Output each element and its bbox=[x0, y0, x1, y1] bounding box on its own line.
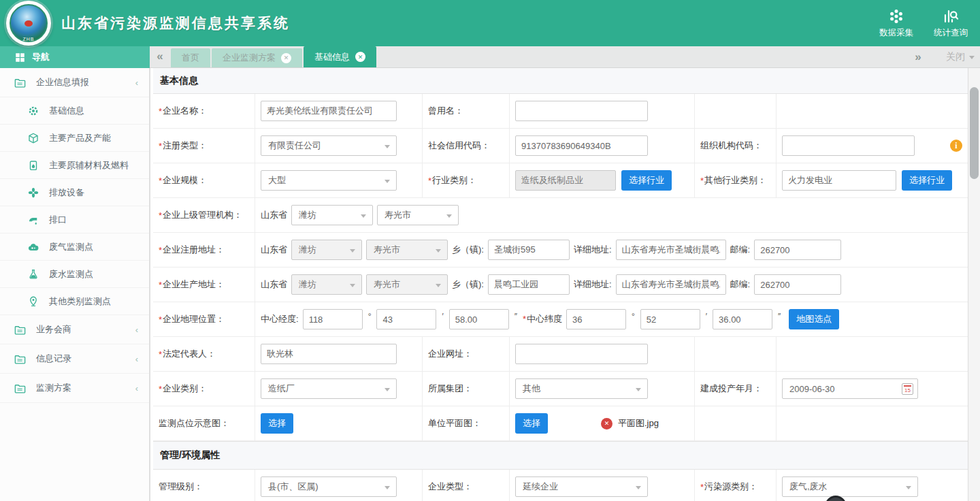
reg-city-select[interactable]: 潍坊 bbox=[291, 240, 362, 260]
sidebar-item-info-records[interactable]: 信息记录 bbox=[0, 344, 149, 374]
sidebar-item-products-capacity[interactable]: 主要产品及产能 bbox=[0, 125, 149, 152]
parent-org-county-select[interactable]: 寿光市 bbox=[377, 205, 459, 225]
built-date-input[interactable]: 2009-06-30 bbox=[782, 378, 918, 399]
zip-label: 邮编: bbox=[730, 278, 751, 291]
town-label: 乡（镇): bbox=[452, 244, 484, 256]
chevron-down-icon bbox=[969, 56, 975, 59]
sidebar-item-waste-water-points[interactable]: 废水监测点 bbox=[0, 261, 149, 288]
app-header: ZHB 山东省污染源监测信息共享系统 数据采集 统计查询 bbox=[0, 0, 980, 46]
sidebar-item-business-consult[interactable]: 业务会商 bbox=[0, 315, 149, 344]
scale-select[interactable]: 大型 bbox=[261, 170, 397, 191]
sidebar-item-basic-info[interactable]: 基础信息 bbox=[0, 97, 149, 125]
reg-zip-input[interactable] bbox=[754, 240, 841, 260]
tab-close-icon[interactable] bbox=[355, 52, 365, 62]
longitude-deg-input[interactable] bbox=[303, 309, 363, 329]
prod-detail-input[interactable] bbox=[616, 274, 726, 295]
org-code-label: 组织机构代码： bbox=[695, 129, 777, 163]
group-label: 所属集团： bbox=[423, 372, 510, 406]
info-icon[interactable] bbox=[950, 140, 962, 152]
enterprise-type-select[interactable]: 延续企业 bbox=[515, 476, 648, 497]
website-input[interactable] bbox=[515, 344, 648, 364]
mgmt-level-select[interactable]: 县(市、区属) bbox=[261, 476, 397, 497]
select-other-industry-button[interactable]: 选择行业 bbox=[902, 170, 952, 191]
mgmt-level-label: 管理级别： bbox=[153, 470, 255, 501]
form-row: *企业类别： 造纸厂 所属集团： 其他 建成投产年月： 2009-06-30 bbox=[153, 372, 968, 406]
reg-detail-input[interactable] bbox=[616, 240, 726, 260]
sidebar-item-waste-gas-points[interactable]: 废气监测点 bbox=[0, 233, 149, 261]
detail-address-label: 详细地址: bbox=[574, 278, 612, 291]
sidebar-item-outlet[interactable]: 排口 bbox=[0, 206, 149, 233]
reg-county-select[interactable]: 寿光市 bbox=[366, 240, 448, 260]
data-collection-button[interactable]: 数据采集 bbox=[879, 8, 913, 39]
enterprise-type-label: 企业类型： bbox=[423, 470, 510, 501]
prod-city-select[interactable]: 潍坊 bbox=[291, 274, 362, 295]
category-select[interactable]: 造纸厂 bbox=[261, 378, 397, 399]
tab-bar: 首页 企业监测方案 基础信息 关闭 bbox=[150, 46, 980, 68]
vertical-scrollbar[interactable] bbox=[968, 68, 980, 501]
stats-query-button[interactable]: 统计查询 bbox=[934, 8, 968, 39]
longitude-sec-input[interactable] bbox=[449, 309, 509, 329]
credit-code-input[interactable] bbox=[515, 135, 648, 156]
delete-file-icon[interactable] bbox=[601, 418, 612, 430]
tab-basic-info[interactable]: 基础信息 bbox=[304, 46, 376, 67]
province-label: 山东省 bbox=[261, 244, 287, 256]
scrollbar-thumb[interactable] bbox=[970, 87, 979, 179]
longitude-min-input[interactable] bbox=[376, 309, 436, 329]
tab-enterprise-plan[interactable]: 企业监测方案 bbox=[212, 48, 302, 67]
sidebar-item-raw-materials-fuel[interactable]: 主要原辅材料及燃料 bbox=[0, 152, 149, 179]
province-label: 山东省 bbox=[261, 278, 287, 291]
town-label: 乡（镇): bbox=[452, 278, 484, 291]
plan-image-label: 单位平面图： bbox=[423, 406, 510, 440]
pollution-category-select[interactable]: 废气,废水 bbox=[782, 476, 918, 497]
sidebar-item-enterprise-info[interactable]: 企业信息填报 bbox=[0, 68, 149, 97]
form-row: 管理级别： 县(市、区属) 企业类型： 延续企业 *污染源类别： 废气,废水 bbox=[153, 470, 968, 501]
latitude-sec-input[interactable] bbox=[713, 309, 772, 329]
fuel-icon bbox=[27, 159, 39, 172]
section-header-basic: 基本信息 bbox=[153, 68, 968, 94]
org-code-input[interactable] bbox=[782, 135, 915, 156]
form-row: *企业注册地址： 山东省 潍坊 寿光市 乡（镇): 详细地址: 邮编: bbox=[153, 233, 968, 268]
sidebar-item-emission-equipment[interactable]: 排放设备 bbox=[0, 179, 149, 206]
file-name: 平面图.jpg bbox=[618, 417, 659, 430]
prod-county-select[interactable]: 寿光市 bbox=[366, 274, 448, 295]
tab-close-icon[interactable] bbox=[281, 53, 291, 63]
plan-select-button[interactable]: 选择 bbox=[515, 413, 548, 434]
legal-person-input[interactable] bbox=[261, 344, 397, 364]
longitude-label: 中心经度: bbox=[261, 313, 299, 325]
tabs-scroll-right-icon[interactable] bbox=[908, 46, 928, 68]
geo-location-label: *企业地理位置： bbox=[153, 302, 255, 336]
group-select[interactable]: 其他 bbox=[515, 378, 648, 399]
calendar-icon[interactable] bbox=[902, 383, 913, 395]
sidebar-item-other-monitor-points[interactable]: 其他类别监测点 bbox=[0, 288, 149, 315]
prod-zip-input[interactable] bbox=[754, 274, 841, 295]
company-name-label: *企业名称： bbox=[153, 94, 255, 128]
industry-input[interactable] bbox=[515, 170, 616, 191]
chart-magnifier-icon bbox=[943, 8, 959, 25]
folder-icon bbox=[14, 382, 27, 395]
latitude-min-input[interactable] bbox=[640, 309, 700, 329]
sidebar-item-monitor-plan[interactable]: 监测方案 bbox=[0, 374, 149, 403]
sketch-select-button[interactable]: 选择 bbox=[261, 413, 293, 434]
folder-icon bbox=[14, 353, 27, 366]
section-header-management: 管理/环境属性 bbox=[153, 441, 968, 470]
map-pick-button[interactable]: 地图选点 bbox=[789, 309, 839, 329]
former-name-input[interactable] bbox=[515, 101, 648, 121]
prod-town-input[interactable] bbox=[488, 274, 570, 295]
chevron-left-icon bbox=[135, 78, 138, 88]
legal-person-label: *法定代表人： bbox=[153, 337, 255, 371]
faucet-icon bbox=[27, 214, 39, 226]
register-type-select[interactable]: 有限责任公司 bbox=[261, 135, 397, 156]
close-menu-button[interactable]: 关闭 bbox=[946, 51, 975, 63]
other-industry-input[interactable] bbox=[782, 170, 896, 191]
parent-org-city-select[interactable]: 潍坊 bbox=[291, 205, 373, 225]
latitude-deg-input[interactable] bbox=[566, 309, 626, 329]
cube-icon bbox=[27, 132, 39, 144]
nav-header: 导航 bbox=[0, 46, 150, 68]
form-row: *企业地理位置： 中心经度: ° ′ ″ *中心纬度 ° ′ ″ 地图选点 bbox=[153, 302, 968, 337]
second-symbol: ″ bbox=[778, 312, 781, 321]
tab-home[interactable]: 首页 bbox=[171, 48, 210, 67]
reg-town-input[interactable] bbox=[488, 240, 570, 260]
tabs-scroll-left-icon[interactable] bbox=[150, 46, 170, 67]
select-industry-button[interactable]: 选择行业 bbox=[621, 170, 672, 191]
company-name-input[interactable] bbox=[261, 101, 397, 121]
